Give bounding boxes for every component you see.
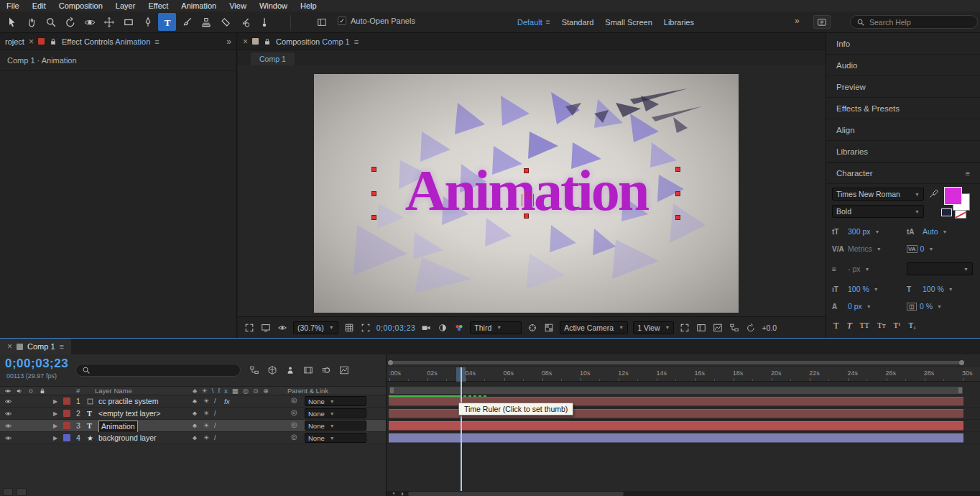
shy-icon[interactable] [285,364,296,376]
graph-editor-icon[interactable] [338,364,350,376]
panel-menu-icon[interactable]: ≡ [154,37,159,46]
selection-handle[interactable] [371,191,376,196]
layer-row[interactable]: ▶2T<empty text layer>♣☀/◎None [0,408,386,420]
roto-brush-tool[interactable] [236,13,254,31]
selection-handle[interactable] [371,215,376,220]
layer-row[interactable]: ▶4★background layer♣☀/◎None [0,432,386,444]
fx-badge[interactable]: fx [224,396,229,407]
lock-icon[interactable] [263,37,272,46]
time-navigator[interactable] [389,361,963,364]
hand-tool[interactable] [22,13,40,31]
region-of-interest-icon[interactable] [360,322,371,334]
eye-icon[interactable] [4,397,13,406]
time-ruler[interactable]: :00s02s04s06s08s10s12s14s16s18s20s22s24s… [387,367,980,382]
toggle-full-icon[interactable] [244,322,255,334]
layer-track[interactable] [387,432,980,444]
layer-row[interactable]: ▶1cc practile system♣☀/fx◎None [0,395,386,408]
motion-blur-icon[interactable] [320,364,332,376]
selection-handle[interactable] [524,168,529,173]
workspace-default[interactable]: Default≡ [512,12,556,32]
selection-handle[interactable] [371,167,376,172]
lock-column-icon[interactable] [38,387,47,395]
panel-header-character[interactable]: Character ≡ [826,162,980,184]
tracking-field[interactable]: VA 0▼ [907,244,933,253]
parent-select[interactable]: None [305,408,366,418]
layer-name[interactable]: background layer [98,433,157,444]
font-style-select[interactable]: Bold [832,205,924,218]
tsume-field[interactable]: ◫ 0 %▼ [907,302,942,311]
panel-header-info[interactable]: Info [826,33,980,55]
panel-header-align[interactable]: Align [826,119,980,141]
display-icon[interactable] [260,322,272,334]
menu-animation[interactable]: Animation [175,1,223,10]
type-tool[interactable]: T [158,13,176,31]
show-snapshot-icon[interactable] [437,322,448,334]
collapse-switch-icon[interactable]: ☀ [203,433,209,444]
workspace-libraries[interactable]: Libraries [658,12,700,32]
comp-marker-icon[interactable]: ◔ [391,490,395,496]
footer-timecode[interactable]: 0;00;03;23 [376,323,416,332]
subscript-button[interactable]: T₁ [909,321,917,331]
pickwhip-icon[interactable]: ◎ [291,408,297,416]
vertical-scale-field[interactable]: ıT 100 %▼ [832,285,879,293]
snapshot-icon[interactable] [420,322,432,334]
magnification-select[interactable]: (30.7%) [293,321,338,334]
layer-duration-bar[interactable] [389,421,963,431]
faux-italic-button[interactable]: T [847,321,852,331]
fill-color-swatch[interactable] [944,187,962,205]
puppet-pin-tool[interactable] [255,13,273,31]
anchor-point-icon[interactable] [524,190,532,198]
channels-icon[interactable] [453,322,465,334]
layer-color-swatch[interactable] [63,422,70,429]
faux-bold-button[interactable]: T [833,321,839,331]
toggle-switches-icon[interactable] [3,488,13,496]
menu-composition[interactable]: Composition [52,1,109,10]
orbit-camera-tool[interactable] [80,13,98,31]
pickwhip-icon[interactable]: ◎ [291,433,297,441]
transfer-modes-icon[interactable] [17,488,27,496]
baseline-grid-field[interactable]: ≡ - px▼ [832,265,869,273]
collapse-switch-icon[interactable]: ☀ [203,396,209,407]
panel-header-audio[interactable]: Audio [826,55,980,76]
menu-layer[interactable]: Layer [109,1,142,10]
panel-menu-icon[interactable]: ≡ [60,342,64,351]
view-options-icon[interactable] [277,322,288,334]
timeline-tab[interactable]: × Comp 1 ≡ [0,339,71,354]
selection-handle[interactable] [675,191,680,196]
collapse-switch-icon[interactable]: ☀ [203,421,209,431]
composition-viewport[interactable]: Animation [238,65,826,316]
workspace-menu-icon[interactable]: ≡ [546,18,550,26]
brush-tool[interactable] [177,13,195,31]
quality-switch-icon[interactable]: / [214,433,216,444]
tab-composition[interactable]: Composition Comp 1 [276,37,350,46]
layer-color-swatch[interactable] [63,410,70,417]
layer-row[interactable]: ▶3TAnimation♣☀/◎None [0,420,386,432]
lock-icon[interactable] [49,37,57,46]
scrollbar-handle[interactable] [408,492,624,496]
workspace-overflow[interactable]: » [795,16,800,26]
share-view-icon[interactable] [679,322,690,334]
horizontal-scrollbar[interactable] [387,491,980,496]
fast-previews-icon[interactable] [712,322,724,334]
no-stroke-swatch[interactable] [955,210,966,219]
eye-icon[interactable] [4,433,13,443]
font-family-select[interactable]: Times New Roman [832,188,924,201]
layer-color-swatch[interactable] [63,434,70,441]
frame-blend-icon[interactable] [302,364,314,376]
expander-icon[interactable]: ▶ [53,433,57,444]
transparency-grid-icon[interactable] [543,322,555,334]
mini-flowchart-icon[interactable] [249,364,260,376]
view-layout-select[interactable]: 1 View [633,321,674,334]
search-help-field[interactable]: Search Help [850,15,978,29]
workspace-small-screen[interactable]: Small Screen [599,12,657,32]
panel-header-effects-presets[interactable]: Effects & Presets [826,98,980,119]
tab-project[interactable]: roject [5,37,24,46]
solo-column-icon[interactable] [27,387,35,395]
tab-overflow-icon[interactable]: » [226,37,231,47]
close-tab-icon[interactable]: × [7,341,12,352]
menu-help[interactable]: Help [294,1,323,10]
leading-field[interactable]: tA Auto▼ [907,227,948,236]
resolution-select[interactable]: Third [470,321,522,334]
layer-duration-bar[interactable] [389,433,963,443]
close-tab-icon[interactable]: × [243,37,248,47]
